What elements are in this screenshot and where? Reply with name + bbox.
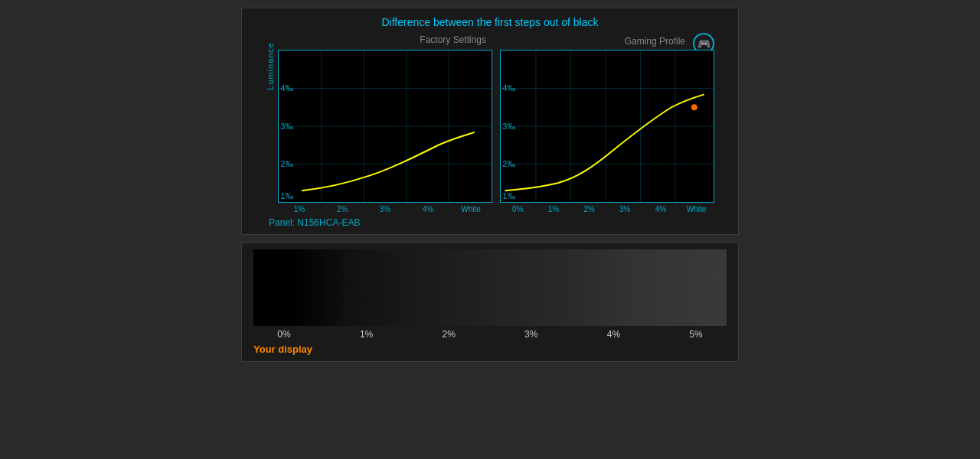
svg-text:1‰: 1‰ <box>280 191 293 200</box>
display-section: 0% 1% 2% 3% 4% 5% Your display <box>241 243 739 362</box>
svg-text:3‰: 3‰ <box>280 122 293 131</box>
main-container: Difference between the first steps out o… <box>0 0 980 459</box>
svg-text:4‰: 4‰ <box>502 83 515 93</box>
gradient-bar <box>253 249 727 326</box>
gaming-chart-wrapper: Gaming Profile 🎮 <box>500 34 714 213</box>
svg-text:4‰: 4‰ <box>280 83 293 93</box>
svg-text:2‰: 2‰ <box>280 159 293 168</box>
svg-point-23 <box>691 104 697 110</box>
factory-chart-wrapper: Luminance Factory Settings <box>266 34 492 213</box>
display-x-labels: 0% 1% 2% 3% 4% 5% <box>253 326 727 341</box>
display-bar-area <box>253 249 727 326</box>
factory-chart-inner: Factory Settings <box>278 34 492 213</box>
factory-header: Factory Settings <box>278 34 492 48</box>
gaming-x-labels: 0% 1% 2% 3% 4% White <box>500 205 714 213</box>
panel-label: Panel: N156HCA-EAB <box>269 217 727 228</box>
svg-text:3‰: 3‰ <box>502 122 515 131</box>
factory-grid-chart: 4‰ 3‰ 2‰ 1‰ <box>278 50 492 203</box>
y-axis-label: Luminance <box>266 42 275 90</box>
gaming-header: Gaming Profile 🎮 <box>500 34 714 48</box>
svg-text:2‰: 2‰ <box>502 159 515 168</box>
chart-title: Difference between the first steps out o… <box>253 16 727 28</box>
factory-x-labels: 1% 2% 3% 4% White <box>278 205 492 213</box>
chart-section: Difference between the first steps out o… <box>241 8 739 235</box>
your-display-label: Your display <box>253 343 727 355</box>
gaming-chart-inner: Gaming Profile 🎮 <box>500 34 714 213</box>
svg-text:1‰: 1‰ <box>502 191 515 200</box>
gaming-grid-chart: 4‰ 3‰ 2‰ 1‰ <box>500 50 714 203</box>
